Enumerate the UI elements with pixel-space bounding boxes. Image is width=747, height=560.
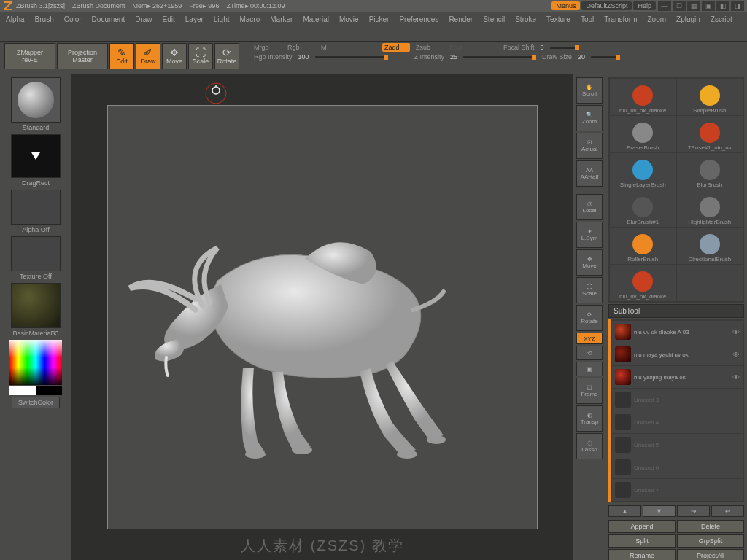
menu-zscript[interactable]: Zscript — [711, 15, 732, 25]
menu-layer[interactable]: Layer — [185, 15, 204, 25]
menu-brush[interactable]: Brush — [35, 15, 54, 25]
z-intensity-slider[interactable] — [463, 56, 536, 58]
brush-cell-9[interactable]: DirectionalBrush — [677, 228, 743, 264]
m-toggle[interactable]: M — [321, 44, 349, 51]
menu-tool[interactable]: Tool — [581, 15, 594, 25]
rotate-tool-button[interactable]: ⟳Rotate — [576, 305, 603, 331]
focal-shift-slider[interactable] — [550, 47, 579, 49]
scale-tool-button[interactable]: ⛶Scale — [576, 277, 603, 303]
floor-button[interactable]: ▣ — [576, 362, 603, 376]
rgb-intensity-slider[interactable] — [315, 56, 388, 58]
window-max-icon[interactable]: ☐ — [673, 1, 686, 11]
transp-button[interactable]: ◐Transp — [576, 405, 603, 432]
subtool-back-button[interactable]: ↩ — [711, 505, 744, 517]
split-button[interactable]: Split — [608, 534, 676, 548]
menu-texture[interactable]: Texture — [546, 15, 570, 25]
scale-button[interactable]: ⛶Scale — [188, 43, 213, 69]
rotate-button[interactable]: ⟳Rotate — [214, 43, 239, 69]
visibility-icon[interactable]: 👁 — [732, 373, 740, 381]
zsub-toggle[interactable]: Zsub — [416, 44, 444, 51]
subtool-item-5[interactable]: Unused 5 — [612, 434, 743, 456]
zadd-toggle[interactable]: Zadd — [382, 43, 410, 52]
window-min-icon[interactable]: — — [658, 1, 671, 11]
brush-cell-4[interactable]: SingleLayerBrush — [610, 153, 676, 190]
menu-render[interactable]: Render — [449, 15, 473, 25]
brush-cell-5[interactable]: BlurBrush — [677, 153, 743, 190]
draw-size-slider[interactable] — [591, 56, 620, 58]
menu-preferences[interactable]: Preferences — [399, 15, 438, 25]
subtool-forward-button[interactable]: ↪ — [677, 505, 710, 517]
brush-cell-8[interactable]: RollerBrush — [610, 228, 676, 264]
brush-cell-7[interactable]: HighlighterBrush — [677, 190, 743, 227]
menu-transform[interactable]: Transform — [604, 15, 637, 25]
canvas[interactable] — [107, 105, 538, 529]
zmapper-button[interactable]: ZMapper rev-E — [4, 43, 55, 69]
brush-cell-11[interactable] — [677, 265, 743, 301]
brush-cell-0[interactable]: niu_uv_ok_diaoke — [610, 79, 676, 115]
draw-button[interactable]: ✐Draw — [136, 43, 160, 69]
xyz-button[interactable]: XYZ — [576, 332, 603, 344]
subtool-item-3[interactable]: Unused 3 — [612, 389, 743, 411]
script-button[interactable]: DefaultZScript — [581, 1, 632, 10]
menu-edit[interactable]: Edit — [163, 15, 175, 25]
aahalf-button[interactable]: AAAAHalf — [576, 160, 603, 187]
subtool-item-4[interactable]: Unused 4 — [612, 411, 743, 433]
move-button[interactable]: ✥Move — [162, 43, 187, 69]
menu-movie[interactable]: Movie — [339, 15, 359, 25]
brush-thumbnail[interactable] — [11, 77, 61, 122]
subtool-item-1[interactable]: niu maya yachi uv okl👁 — [612, 343, 743, 365]
visibility-icon[interactable]: 👁 — [732, 351, 740, 359]
local-button[interactable]: ◎Local — [576, 194, 603, 220]
append-button[interactable]: Append — [608, 520, 676, 533]
projectall-button[interactable]: ProjectAll — [677, 549, 744, 560]
window-layout3-icon[interactable]: ◧ — [716, 1, 729, 11]
rename-button[interactable]: Rename — [608, 549, 676, 560]
frame-button[interactable]: ◰Frame — [576, 378, 603, 404]
edit-button[interactable]: ✎Edit — [109, 43, 134, 69]
subtool-up-button[interactable]: ▲ — [608, 505, 641, 517]
help-button[interactable]: Help — [633, 1, 656, 10]
menu-zoom[interactable]: Zoom — [647, 15, 666, 25]
menu-alpha[interactable]: Alpha — [6, 15, 25, 25]
zcut-toggle[interactable]: Zcut — [449, 44, 477, 51]
menus-button[interactable]: Menus — [551, 1, 580, 10]
material-thumbnail[interactable] — [11, 283, 61, 328]
menu-document[interactable]: Document — [92, 15, 125, 25]
alpha-thumbnail[interactable] — [11, 190, 61, 225]
menu-color[interactable]: Color — [64, 15, 82, 25]
menu-picker[interactable]: Picker — [369, 15, 390, 25]
brush-cell-2[interactable]: EraserBrush — [610, 116, 676, 152]
persp-button[interactable]: ⟲ — [576, 346, 603, 360]
menu-zplugin[interactable]: Zplugin — [676, 15, 700, 25]
subtool-item-0[interactable]: niu uv ok diaoke A 03👁 — [612, 321, 743, 343]
grpsplit-button[interactable]: GrpSplit — [677, 534, 744, 548]
texture-thumbnail[interactable] — [11, 236, 61, 271]
projection-master-button[interactable]: Projection Master — [57, 43, 108, 69]
menu-material[interactable]: Material — [303, 15, 329, 25]
move-tool-button[interactable]: ✥Move — [576, 249, 603, 276]
lsym-button[interactable]: ✦L.Sym — [576, 222, 603, 248]
menu-macro[interactable]: Macro — [239, 15, 260, 25]
brush-cell-6[interactable]: BlurBrush#1 — [610, 190, 676, 227]
stroke-thumbnail[interactable] — [11, 134, 61, 178]
delete-button[interactable]: Delete — [677, 520, 744, 533]
brush-cell-3[interactable]: TPose#1_niu_uv — [677, 116, 743, 152]
color-swatch[interactable] — [9, 386, 62, 395]
brush-cell-10[interactable]: niu_uv_ok_diaoke — [610, 265, 676, 301]
subtool-item-2[interactable]: niu yanjing maya ok👁 — [612, 366, 743, 388]
menu-draw[interactable]: Draw — [135, 15, 152, 25]
mrgb-toggle[interactable]: Mrgb — [254, 44, 282, 51]
zoom-button[interactable]: 🔍Zoom — [576, 105, 603, 131]
window-layout2-icon[interactable]: ▣ — [702, 1, 715, 11]
scroll-button[interactable]: ✋Scroll — [576, 77, 603, 104]
visibility-icon[interactable]: 👁 — [732, 328, 740, 336]
menu-marker[interactable]: Marker — [270, 15, 293, 25]
window-layout4-icon[interactable]: ◨ — [731, 1, 744, 11]
window-layout1-icon[interactable]: ▦ — [687, 1, 700, 11]
color-picker[interactable] — [9, 340, 62, 385]
switch-color-button[interactable]: SwitchColor — [12, 397, 60, 408]
menu-stroke[interactable]: Stroke — [515, 15, 536, 25]
subtool-down-button[interactable]: ▼ — [643, 505, 676, 517]
subtool-header[interactable]: SubTool — [608, 304, 744, 318]
brush-cell-1[interactable]: SimpleBrush — [677, 79, 743, 115]
